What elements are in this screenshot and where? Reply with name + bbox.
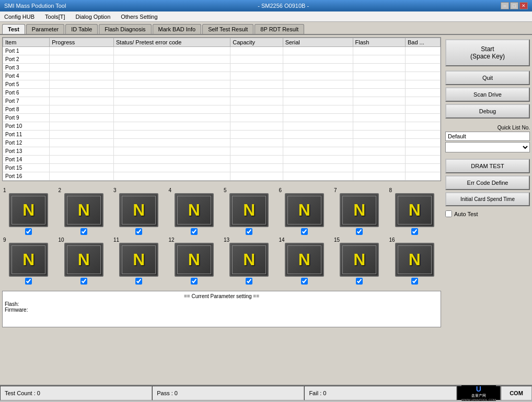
row-status [114,164,230,172]
port-checkbox-1[interactable] [25,228,32,235]
row-flash [353,164,405,172]
minimize-button[interactable]: – [501,2,509,9]
port-status-letter: N [243,250,255,269]
menu-tools[interactable]: Tools[T] [43,13,67,20]
pass-section: Pass : 0 [152,386,304,400]
row-bad [405,172,440,181]
row-bad [405,164,440,172]
close-button[interactable]: ✕ [519,2,528,9]
port-checkbox-3[interactable] [135,228,142,235]
row-serial [283,55,353,64]
com-section: COM [501,386,532,400]
port-status-letter: N [133,250,145,269]
scan-drive-button[interactable]: Scan Drive [445,87,530,102]
row-status [114,122,230,131]
col-bad: Bad ... [405,38,440,47]
ports-table-container: Item Progress Status/ Pretest error code… [2,37,441,181]
err-code-button[interactable]: Err Code Define [445,175,530,190]
port-checkbox-13[interactable] [246,278,252,285]
row-flash [353,147,405,156]
port-card: 1 N [2,187,55,235]
row-bad [405,72,440,80]
port-number: 13 [224,237,229,243]
port-checkbox-15[interactable] [356,278,363,285]
table-row: Port 9 [3,114,441,122]
tab-flash-diagnosis[interactable]: Flash Diagnosis [99,24,151,34]
row-progress [50,105,114,114]
row-flash [353,131,405,139]
port-checkbox-9[interactable] [25,278,32,285]
port-checkbox-12[interactable] [191,278,198,285]
port-status-letter: N [22,200,34,220]
tab-parameter[interactable]: Parameter [26,24,64,34]
port-card: 6 N [278,187,331,235]
row-capacity [230,114,283,122]
quit-button[interactable]: Quit [445,70,530,85]
start-button[interactable]: Start (Space Key) [445,39,530,66]
main-content: Item Progress Status/ Pretest error code… [0,35,532,385]
row-item: Port 7 [3,97,50,105]
port-checkbox-10[interactable] [80,278,87,285]
port-icon: N [285,193,324,227]
dram-test-button[interactable]: DRAM TEST [445,159,530,173]
tab-test[interactable]: Test [2,24,25,34]
row-flash [353,72,405,80]
row-flash [353,122,405,131]
row-serial [283,172,353,181]
row-flash [353,139,405,147]
port-status-letter: N [78,200,90,220]
tab-self-test-result[interactable]: Self Test Result [202,24,253,34]
table-row: Port 10 [3,122,441,131]
port-checkbox-4[interactable] [191,228,198,235]
table-row: Port 6 [3,89,441,97]
col-progress: Progress [50,38,114,47]
tab-id-table[interactable]: ID Table [65,24,98,34]
row-flash [353,97,405,105]
window-subtitle: - SM2256 O0910B - [66,3,501,9]
port-checkbox-5[interactable] [246,228,252,235]
port-checkbox-11[interactable] [135,278,142,285]
auto-test-checkbox[interactable] [445,210,452,217]
quick-list-select[interactable] [445,142,530,152]
row-status [114,72,230,80]
port-checkbox-8[interactable] [411,228,418,235]
row-serial [283,114,353,122]
debug-button[interactable]: Debug [445,104,530,119]
upan-logo-section: U 盘量产网 WWW.UPANTOOL.COM [457,386,501,400]
port-status-letter: N [22,250,34,269]
row-bad [405,89,440,97]
row-status [114,97,230,105]
port-checkbox-16[interactable] [411,278,418,285]
fail-text: Fail : 0 [309,390,326,396]
menu-config-hub[interactable]: Config HUB [2,13,37,20]
port-number: 6 [279,187,282,193]
port-icon: N [175,243,214,277]
tab-mark-bad-info[interactable]: Mark BAD Info [153,24,202,34]
port-checkbox-6[interactable] [301,228,308,235]
initial-card-button[interactable]: Initial Card Spend Time [445,192,530,206]
row-progress [50,139,114,147]
port-icon: N [175,193,214,227]
row-bad [405,122,440,131]
row-item: Port 10 [3,122,50,131]
maximize-button[interactable]: □ [510,2,518,9]
row-serial [283,72,353,80]
menu-others-setting[interactable]: Others Setting [119,13,159,20]
port-checkbox-14[interactable] [301,278,308,285]
row-item: Port 11 [3,131,50,139]
port-icon: N [229,193,269,227]
row-bad [405,97,440,105]
row-progress [50,164,114,172]
tab-8p-rdt-result[interactable]: 8P RDT Result [255,24,304,34]
row-progress [50,47,114,55]
row-serial [283,80,353,89]
row-item: Port 3 [3,64,50,72]
port-number: 14 [279,237,285,243]
menu-dialog-option[interactable]: Dialog Option [74,13,113,20]
quick-list-input[interactable] [445,132,530,141]
port-checkbox-2[interactable] [80,228,87,235]
test-count-section: Test Count : 0 [0,386,152,400]
port-status-letter: N [409,250,421,269]
port-number: 15 [334,237,340,243]
port-checkbox-7[interactable] [356,228,363,235]
